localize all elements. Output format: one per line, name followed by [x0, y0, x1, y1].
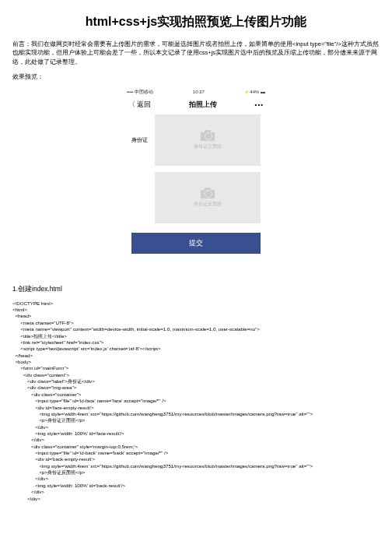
back-button[interactable]: 〈 返回 [128, 100, 151, 110]
page-title: html+css+js实现拍照预览上传图片功能 [12, 14, 380, 30]
id-label: 身份证 [131, 136, 150, 144]
camera-icon [201, 188, 215, 198]
carrier-text: •••• 中国移动 [127, 89, 153, 96]
phone-preview: •••• 中国移动 10:27 ⚡ 44% ▬ 〈 返回 拍照上传 ••• 身份… [121, 86, 271, 254]
upload-placeholder-front[interactable]: 身份证正面照 [155, 114, 261, 166]
more-button[interactable]: ••• [255, 101, 264, 108]
upload-area: 身份证 身份证正面照 身份证反面照 [121, 114, 271, 223]
time-text: 10:27 [193, 90, 205, 94]
submit-button[interactable]: 提交 [131, 233, 261, 254]
placeholder-text-front: 身份证正面照 [194, 143, 222, 150]
nav-title: 拍照上传 [189, 100, 217, 110]
step-1-label: 1.创建index.html [12, 285, 380, 294]
upload-row-1: 身份证 身份证正面照 [131, 114, 261, 166]
status-bar: •••• 中国移动 10:27 ⚡ 44% ▬ [121, 86, 271, 97]
upload-placeholder-back[interactable]: 身份证反面照 [155, 172, 261, 223]
battery-text: ⚡ 44% ▬ [244, 90, 265, 94]
nav-bar: 〈 返回 拍照上传 ••• [121, 97, 271, 114]
preview-label: 效果预览： [12, 72, 380, 81]
camera-icon [201, 130, 215, 141]
intro-text: 前言：我们在做网页时经常会需要有上传图片的需求，可能是选择图片或者拍照上传，如果… [12, 40, 380, 66]
upload-row-2: 身份证反面照 [155, 172, 261, 223]
placeholder-text-back: 身份证反面照 [194, 201, 222, 208]
code-block: <!DOCTYPE html> <html> <head> <meta char… [12, 300, 380, 502]
